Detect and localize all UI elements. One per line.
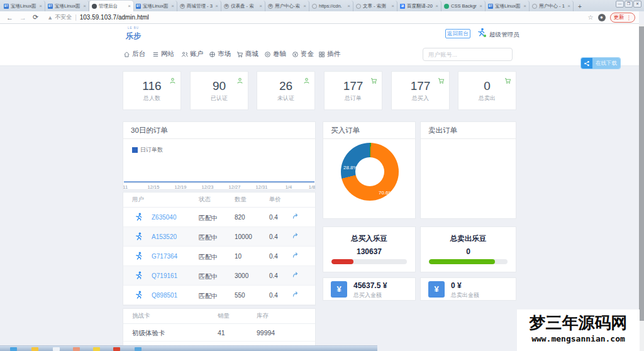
taskbar-icon[interactable] (93, 347, 100, 351)
warning-icon: ▲ (47, 14, 53, 21)
new-tab-button[interactable]: + (575, 3, 584, 11)
browser-tab[interactable]: 文章 - 索测× (353, 1, 397, 11)
browser-tab[interactable]: CSS Backgr× (441, 1, 486, 11)
person-icon (169, 75, 176, 87)
site-favicon (92, 4, 97, 9)
tab-close-icon[interactable]: × (83, 3, 86, 9)
table-row: Q719161 匹配中 3000 0.4 (123, 266, 315, 286)
close-button[interactable]: ✕ (633, 1, 641, 8)
orders-chart-card: 30日的订单 日订单数 12/11 12/15 12/19 12/23 12/2… (123, 121, 316, 190)
back-to-front-button[interactable]: 返回前台 (445, 29, 470, 38)
person-icon (303, 75, 310, 87)
yen-icon: ¥ (428, 281, 445, 298)
tab-close-icon[interactable]: × (39, 3, 42, 9)
browser-tab[interactable]: W商城管理 - 3× (177, 1, 221, 11)
browser-tab[interactable]: BT宝塔Linux面× (486, 1, 530, 11)
update-button[interactable]: 更新 ⋮ (610, 13, 636, 23)
table-header: 挑战卡 销量 库存 (123, 309, 315, 324)
address-bar[interactable]: 103.59.103.7/admin.html (80, 14, 149, 21)
forward-arrow-icon[interactable] (292, 270, 299, 279)
minimize-button[interactable]: — (616, 1, 624, 8)
nav-item-backend[interactable]: 后台 (123, 50, 145, 58)
back-icon[interactable]: ← (6, 14, 13, 21)
table-row: A153520 匹配中 10000 0.4 (123, 227, 315, 247)
nav-item-website[interactable]: 网站 (152, 50, 174, 58)
table-header: 用户 状态 数量 单价 (123, 192, 315, 208)
nav-item-scroll[interactable]: 卷轴 (264, 50, 286, 58)
taskbar-icon[interactable] (73, 347, 80, 351)
chart-title: 30日的订单 (123, 122, 315, 139)
taskbar-icon[interactable] (113, 347, 120, 351)
refresh-icon[interactable]: ⟳ (33, 13, 38, 21)
browser-tab-active[interactable]: 管理后台× (89, 1, 133, 11)
user-link[interactable]: Z635040 (152, 214, 176, 221)
restore-button[interactable]: ❐ (625, 1, 633, 8)
baota-favicon: BT (136, 4, 141, 9)
buy-orders-title: 买入订单 (323, 122, 415, 139)
tab-close-icon[interactable]: × (215, 3, 218, 9)
forward-arrow-icon[interactable] (292, 251, 299, 260)
forward-arrow-icon[interactable] (292, 290, 299, 299)
yen-icon: ¥ (331, 281, 347, 298)
tab-strip: BT宝塔Linux面× BT宝塔Linux面× 管理后台× BT宝塔Linux面… (0, 0, 644, 11)
browser-tab[interactable]: W用户中心-索× (265, 1, 309, 11)
scrollbar[interactable] (639, 24, 644, 351)
taskbar-icon[interactable] (135, 347, 142, 351)
forward-arrow-icon[interactable] (292, 212, 299, 221)
stat-card-total-sells: 0总卖出 (458, 71, 516, 110)
search-input[interactable] (423, 51, 516, 58)
buy-orders-card: 买入订单 28.8% 70.6% (323, 121, 416, 219)
legend-swatch (132, 147, 138, 153)
taskbar-icon[interactable] (10, 347, 17, 351)
nav-item-funds[interactable]: 资金 (292, 50, 314, 58)
tab-close-icon[interactable]: × (171, 3, 174, 9)
browser-tab[interactable]: 用户中心 - 1× (530, 1, 574, 11)
browser-tab[interactable]: BT宝塔Linux面× (133, 1, 177, 11)
nav-item-plugins[interactable]: 插件 (318, 50, 340, 58)
browser-window: BT宝塔Linux面× BT宝塔Linux面× 管理后台× BT宝塔Linux面… (0, 0, 644, 351)
tab-close-icon[interactable]: × (479, 3, 482, 9)
chart-legend[interactable]: 日订单数 (132, 146, 163, 154)
user-link[interactable]: A153520 (152, 233, 177, 240)
browser-tab[interactable]: BT宝塔Linux面× (1, 1, 45, 11)
sell-beans-progress (429, 259, 508, 264)
bookmark-star-icon[interactable]: ☆ (588, 14, 594, 21)
browser-tab[interactable]: W仪表盘 - 索× (221, 1, 265, 11)
challenge-cards-table: 挑战卡 销量 库存 初级体验卡 41 99994 中级挑战卡 13 99996 (123, 308, 316, 351)
forward-arrow-icon[interactable] (292, 231, 299, 240)
runner-icon (135, 213, 143, 223)
tab-close-icon[interactable]: × (128, 3, 131, 9)
stat-card-unverified: 26未认证 (257, 71, 315, 110)
tab-close-icon[interactable]: × (347, 3, 350, 9)
tab-close-icon[interactable]: × (391, 3, 394, 9)
forward-icon[interactable]: → (19, 14, 26, 21)
profile-avatar-icon[interactable]: ● (598, 14, 606, 21)
people-icon (181, 51, 188, 58)
user-link[interactable]: Q719161 (152, 272, 177, 279)
user-link[interactable]: Q898501 (152, 292, 177, 299)
nav-item-mall[interactable]: 商城 (236, 50, 258, 58)
stat-card-total-orders: 177总订单 (324, 71, 382, 110)
scrollbar-thumb[interactable] (639, 26, 644, 321)
nav-item-account[interactable]: 账户 (181, 50, 203, 58)
browser-tab[interactable]: BT宝塔Linux面× (45, 1, 89, 11)
security-indicator[interactable]: ▲ 不安全 (47, 13, 72, 21)
tab-close-icon[interactable]: × (567, 3, 570, 9)
logo[interactable]: LE BU 乐步 (126, 26, 141, 42)
tab-close-icon[interactable]: × (435, 3, 438, 9)
user-link[interactable]: G717364 (152, 253, 177, 260)
tab-close-icon[interactable]: × (303, 3, 306, 9)
floating-download-button[interactable]: 在线下载 (581, 58, 620, 69)
cart-icon (504, 75, 511, 87)
buy-beans-progress (331, 259, 407, 264)
taskbar-icon[interactable] (31, 347, 38, 351)
windows-taskbar[interactable] (0, 345, 377, 351)
chart-x-axis (124, 182, 314, 183)
nav-item-market[interactable]: 市场 (209, 50, 231, 58)
browser-tab[interactable]: 译百度翻译-20× (397, 1, 441, 11)
tab-close-icon[interactable]: × (523, 3, 526, 9)
browser-tab[interactable]: https://cdn.× (309, 1, 353, 11)
tab-close-icon[interactable]: × (259, 3, 262, 9)
taskbar-icon[interactable] (53, 347, 60, 351)
window-controls: — ❐ ✕ (616, 1, 641, 8)
